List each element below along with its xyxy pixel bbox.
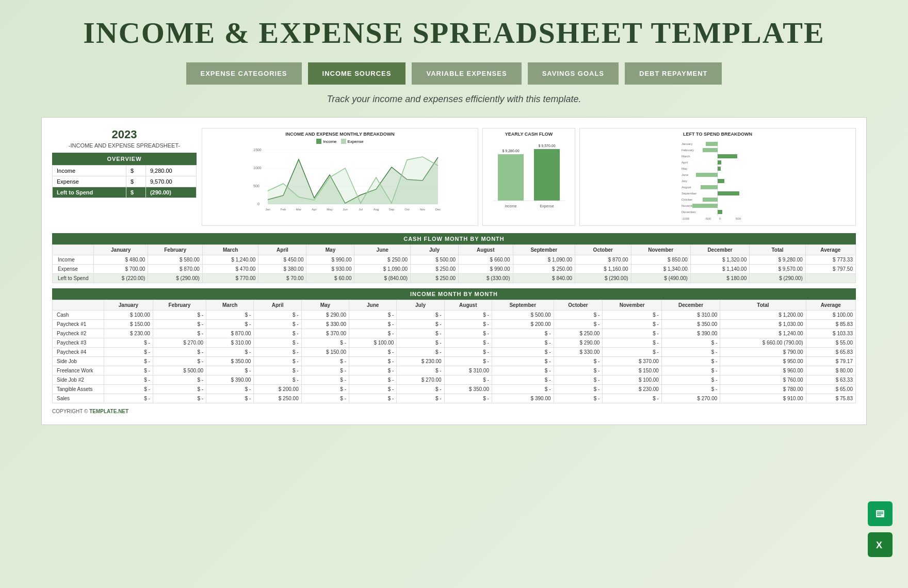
cell: $ 350.00 <box>206 357 254 366</box>
cell: $ - <box>554 394 603 403</box>
cell: $ 990.00 <box>459 265 513 274</box>
cash-flow-header: CASH FLOW MONTH BY MONTH <box>52 233 856 244</box>
cell: $ - <box>444 320 492 329</box>
cell: $ - <box>153 329 206 338</box>
col-header-jul: July <box>411 245 459 255</box>
tab-variable-expenses[interactable]: VARIABLE EXPENSES <box>412 62 521 85</box>
table-row: Tangible Assets$ -$ -$ -$ 200.00$ -$ -$ … <box>53 385 856 394</box>
cell: $ - <box>153 311 206 320</box>
table-row: Paycheck #3$ -$ 270.00$ 310.00$ -$ -$ 10… <box>53 338 856 348</box>
income-row-label: Paycheck #4 <box>53 348 104 357</box>
cell: $ 773.33 <box>805 255 855 265</box>
tab-debt-repayment[interactable]: DEBT REPAYMENT <box>625 62 722 85</box>
cell: $ 250.00 <box>411 274 459 283</box>
cell: $ - <box>153 320 206 329</box>
copyright-link: TEMPLATE.NET <box>89 409 128 414</box>
cell: $ - <box>603 320 661 329</box>
svg-text:500: 500 <box>253 184 260 188</box>
table-row: Cash$ 100.00$ -$ -$ -$ 290.00$ -$ -$ -$ … <box>53 311 856 320</box>
cell: $ - <box>397 329 444 338</box>
col-header-oct: October <box>554 300 603 311</box>
cell: $ 840.00 <box>513 274 575 283</box>
cell: $ (220.00) <box>94 274 148 283</box>
cell: $ - <box>153 394 206 403</box>
cell: $ 370.00 <box>603 357 661 366</box>
svg-text:500: 500 <box>736 217 741 220</box>
svg-text:January: January <box>682 142 692 145</box>
cell: $ - <box>397 385 444 394</box>
expense-label: Expense <box>53 176 126 187</box>
col-header-jun: June <box>349 300 397 311</box>
cell: $ 797.50 <box>805 265 855 274</box>
svg-text:-500: -500 <box>705 217 711 220</box>
cell: $ 1,160.00 <box>575 265 631 274</box>
cell: $ 1,340.00 <box>631 265 690 274</box>
col-header-blank <box>53 245 94 255</box>
income-row-label: Sales <box>53 394 104 403</box>
income-row-label: Cash <box>53 311 104 320</box>
cell: $ - <box>492 348 554 357</box>
cell: $ - <box>444 338 492 348</box>
table-row: Sales$ -$ -$ -$ 250.00$ -$ -$ -$ -$ 390.… <box>53 394 856 403</box>
cell: $ 1,090.00 <box>354 265 411 274</box>
cell: $ 103.33 <box>806 329 855 338</box>
cell: $ 79.17 <box>806 357 855 366</box>
left-to-spend-chart-title: LEFT TO SPEND BREAKDOWN <box>583 132 852 137</box>
nav-tabs: EXPENSE CATEGORIES INCOME SOURCES VARIAB… <box>31 62 877 85</box>
cell: $ - <box>301 375 349 385</box>
excel-icon[interactable]: X <box>868 532 893 557</box>
svg-rect-48 <box>718 154 737 158</box>
expense-legend-label: Expense <box>348 139 364 144</box>
cell: $ - <box>104 348 153 357</box>
year-title: 2023 <box>52 128 197 141</box>
col-header-dec: December <box>690 245 749 255</box>
svg-text:September: September <box>682 192 696 195</box>
cell: $ 370.00 <box>301 329 349 338</box>
col-header-oct: October <box>575 245 631 255</box>
table-row: Paycheck #2$ 230.00$ -$ 870.00$ -$ 370.0… <box>53 329 856 338</box>
svg-text:Sep: Sep <box>389 208 395 211</box>
svg-rect-56 <box>692 204 718 208</box>
cell: $ - <box>603 329 661 338</box>
cell: $ - <box>492 366 554 375</box>
cell: $ 180.00 <box>690 274 749 283</box>
cell: $ - <box>554 366 603 375</box>
income-table: January February March April May June Ju… <box>52 300 856 403</box>
cell: $ 250.00 <box>254 394 301 403</box>
monthly-chart-svg: 1500 1000 500 0 <box>205 146 475 213</box>
income-header-row: January February March April May June Ju… <box>53 300 856 311</box>
tab-expense-categories[interactable]: EXPENSE CATEGORIES <box>186 62 302 85</box>
table-row-highlight: Left to Spend $ (290.00) <box>53 187 197 198</box>
svg-rect-49 <box>718 160 721 165</box>
cell: $ 200.00 <box>492 320 554 329</box>
cell: $ 270.00 <box>661 394 720 403</box>
cell: $ 9,570.00 <box>750 265 806 274</box>
cell: $ 700.00 <box>94 265 148 274</box>
cell: $ - <box>301 385 349 394</box>
tab-savings-goals[interactable]: SAVINGS GOALS <box>528 62 619 85</box>
cell: $ - <box>603 311 661 320</box>
cell: $ - <box>153 357 206 366</box>
col-header-mar: March <box>206 300 254 311</box>
cell: $ - <box>153 348 206 357</box>
svg-rect-60 <box>877 512 883 513</box>
page-wrapper: INCOME & EXPENSE SPREADSHEET TEMPLATE EX… <box>0 0 908 588</box>
col-header-total: Total <box>750 245 806 255</box>
col-header-aug: August <box>444 300 492 311</box>
cell: $ - <box>397 338 444 348</box>
cell: $ 1,090.00 <box>513 255 575 265</box>
google-sheets-icon[interactable] <box>868 501 893 526</box>
cell: $ - <box>206 311 254 320</box>
cell: $ 150.00 <box>104 320 153 329</box>
svg-text:July: July <box>682 179 687 183</box>
cell: $ 200.00 <box>254 385 301 394</box>
svg-rect-54 <box>718 191 739 195</box>
cell: $ 870.00 <box>148 265 202 274</box>
svg-rect-22 <box>498 154 524 201</box>
overview-table: Income $ 9,280.00 Expense $ 9,570.00 Lef… <box>52 165 197 198</box>
tab-income-sources[interactable]: INCOME SOURCES <box>308 62 406 85</box>
svg-text:December: December <box>682 210 696 214</box>
cell: $ 450.00 <box>258 255 306 265</box>
cell: $ 480.00 <box>94 255 148 265</box>
table-row: Side Job$ -$ -$ 350.00$ -$ -$ -$ 230.00$… <box>53 357 856 366</box>
